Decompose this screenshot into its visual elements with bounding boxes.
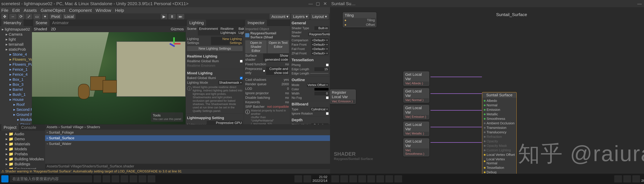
lighting-mode-dropdown[interactable]: Shadowmask xyxy=(218,80,242,85)
edge-length-slider[interactable] xyxy=(310,73,328,74)
scale-tool-icon[interactable]: ⤢ xyxy=(26,14,32,19)
tray-icon[interactable] xyxy=(294,175,302,183)
new-lighting-settings-link[interactable]: New Lighting Settings xyxy=(211,37,242,45)
hierarchy-item[interactable]: ▸ Box_1 xyxy=(1,77,31,82)
step-icon[interactable]: ⏭ xyxy=(177,14,184,19)
show-generated-code-button[interactable]: Show generated code xyxy=(263,53,289,62)
compile-button[interactable]: Compile and show cod xyxy=(266,67,289,75)
menu-help[interactable]: Help xyxy=(115,8,124,13)
surface-output-port[interactable]: Tessellation xyxy=(484,166,515,170)
orientation-gizmo-icon[interactable] xyxy=(168,37,180,50)
hierarchy-item[interactable]: ▸ light xyxy=(1,37,31,42)
surface-output-port[interactable]: Opacity Mask xyxy=(484,144,515,148)
surface-output-port[interactable]: Emission xyxy=(484,108,515,112)
surface-output-port[interactable]: Debug xyxy=(484,170,515,174)
tray-icon[interactable] xyxy=(367,175,375,183)
gizmos-dropdown[interactable]: Gizmos xyxy=(171,27,184,31)
2d-toggle[interactable]: 2D xyxy=(51,27,56,31)
surface-output-port[interactable]: Normal xyxy=(484,103,515,108)
transform-tool-icon[interactable]: ✦ xyxy=(42,14,48,19)
ignore-rotation-check[interactable] xyxy=(326,112,328,115)
task-icon[interactable] xyxy=(130,175,137,183)
lighting-subtab-scene[interactable]: Scene xyxy=(186,26,198,35)
scene-viewport[interactable]: Tools You can use this panel xyxy=(32,32,186,124)
pivot-toggle[interactable]: Pivot xyxy=(50,14,62,19)
surface-output-port[interactable]: Transmission xyxy=(484,126,515,130)
surface-output-port[interactable]: Translucency xyxy=(484,130,515,135)
baked-gi-check[interactable] xyxy=(240,77,242,79)
menu-edit[interactable]: Edit xyxy=(12,8,20,13)
vertex-offset-dropdown[interactable]: Vertex Offset xyxy=(307,83,328,87)
inspector-tab[interactable]: Inspector xyxy=(245,20,267,26)
menu-window[interactable]: Window xyxy=(96,8,111,13)
billboard-header[interactable]: Billboard xyxy=(292,102,328,106)
breadcrumb[interactable]: Assets › Suntail Village › Shaders xyxy=(45,125,330,130)
maximize-icon[interactable]: ▢ xyxy=(314,1,322,6)
hand-tool-icon[interactable]: ✥ xyxy=(1,14,8,19)
get-local-var-node[interactable]: Get Local VarVar( Smoothness ) xyxy=(404,138,429,156)
surface-output-port[interactable]: Smoothness xyxy=(484,117,515,121)
realtime-gi-check[interactable] xyxy=(240,60,242,62)
menu-component[interactable]: Component xyxy=(69,8,92,13)
task-icon[interactable] xyxy=(112,175,119,183)
surface-output-port[interactable]: Albedo xyxy=(484,99,515,103)
move-tool-icon[interactable]: ↔ xyxy=(9,14,16,19)
file-item[interactable]: ▫ Suntail_Water xyxy=(45,141,330,147)
tray-icon[interactable] xyxy=(304,175,311,183)
lighting-tab[interactable]: Lighting xyxy=(187,20,206,26)
hierarchy-item[interactable]: ▸ Bush_1 xyxy=(1,92,31,97)
animator-tab[interactable]: Animator xyxy=(50,20,71,25)
project-tab[interactable]: Project xyxy=(1,124,19,131)
folder-item[interactable]: ▸ 📁 Materials xyxy=(1,142,44,147)
hierarchy-item[interactable]: ▸ Stone_1 xyxy=(1,122,31,124)
surface-output-port[interactable]: Refraction xyxy=(484,135,515,139)
hierarchy-item[interactable]: ▸ Second Floor xyxy=(1,107,31,112)
outline-color-field[interactable] xyxy=(314,88,328,91)
layout-dropdown[interactable]: Layout ▾ xyxy=(310,14,329,19)
menu-gameobject[interactable]: GameObject xyxy=(40,8,65,13)
maximize-icon[interactable]: ▢ xyxy=(643,1,644,6)
rect-tool-icon[interactable]: ▭ xyxy=(33,14,40,19)
open-text-editor-button[interactable]: Open in Text Editor xyxy=(268,40,289,53)
task-icon[interactable] xyxy=(102,175,110,183)
shaded-dropdown[interactable]: Shaded xyxy=(34,27,47,31)
task-icon[interactable] xyxy=(94,175,101,183)
hierarchy-tree[interactable]: ▸ lightmapuse02 ▸ Camera▸ light▸ terrain… xyxy=(0,26,32,124)
hierarchy-item[interactable]: ▸ Fence_1 xyxy=(1,67,31,72)
hierarchy-item[interactable]: ▸ Fence_4 xyxy=(1,72,31,77)
console-tab[interactable]: Console xyxy=(19,125,38,130)
preprocess-check[interactable] xyxy=(263,70,265,72)
register-local-var-node[interactable]: Register Local Var Var( Emission ) xyxy=(330,89,356,104)
task-icon[interactable] xyxy=(120,175,128,183)
tiling-node[interactable]: Tiling ● Tiling ● Offset xyxy=(343,12,376,27)
folder-item[interactable]: ▸ 📁 Prefabs xyxy=(1,152,44,157)
tray-icon[interactable] xyxy=(394,175,402,183)
pause-icon[interactable]: ⏸ xyxy=(168,14,176,19)
hierarchy-item[interactable]: ▸ Barrel xyxy=(1,87,31,92)
surface-output-port[interactable]: Local Vertex Normal xyxy=(484,157,515,166)
hierarchy-item[interactable]: ▸ Camera xyxy=(1,32,31,37)
layers-dropdown[interactable]: Layers ▾ xyxy=(291,14,310,19)
file-item[interactable]: ▫ Suntail_Foliage xyxy=(45,130,330,135)
phong-check[interactable] xyxy=(326,64,328,66)
depth-header[interactable]: Depth xyxy=(292,118,328,122)
tray-icon[interactable] xyxy=(623,175,631,183)
graph-canvas[interactable]: Output Node Suntail_Surface Tiling ● Til… xyxy=(330,7,644,174)
folder-item[interactable]: ▸ 📁 Buildings xyxy=(1,162,44,167)
folder-item[interactable]: ▸ 📁 Models xyxy=(1,147,44,152)
get-local-var-node[interactable]: Get Local VarVar( Albedo ) xyxy=(404,71,429,86)
tray-icon[interactable] xyxy=(385,175,393,183)
hierarchy-item[interactable]: ▸ Flowers_Yellow xyxy=(1,57,31,62)
minimize-icon[interactable]: — xyxy=(636,1,643,6)
general-header[interactable]: General xyxy=(292,21,328,25)
open-shader-editor-button[interactable]: Open in Shader Editor xyxy=(245,40,267,53)
scene-tab[interactable]: Scene xyxy=(33,20,50,26)
tray-icon[interactable] xyxy=(340,175,348,183)
start-button[interactable] xyxy=(1,175,8,183)
tray-icon[interactable] xyxy=(376,175,384,183)
minimize-icon[interactable]: — xyxy=(307,1,314,6)
task-icon[interactable] xyxy=(138,175,146,183)
menu-file[interactable]: File xyxy=(1,8,8,13)
get-local-var-node[interactable]: Get Local VarVar( Normal ) xyxy=(404,88,429,103)
close-icon[interactable]: ✕ xyxy=(322,1,329,6)
